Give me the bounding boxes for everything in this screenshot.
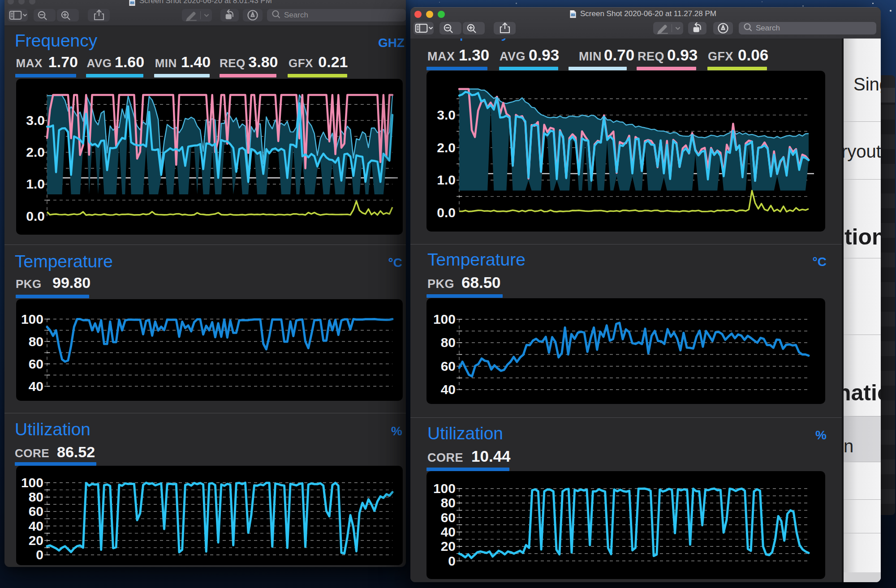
svg-text:80: 80 — [441, 335, 456, 350]
svg-text:1.0: 1.0 — [437, 172, 456, 187]
svg-text:80: 80 — [29, 334, 43, 349]
svg-text:20: 20 — [29, 533, 43, 548]
svg-text:100: 100 — [21, 475, 43, 490]
svg-text:60: 60 — [441, 359, 456, 373]
svg-text:0: 0 — [36, 547, 43, 562]
svg-text:40: 40 — [441, 382, 456, 397]
svg-text:60: 60 — [441, 510, 456, 525]
svg-text:3.0: 3.0 — [437, 107, 456, 122]
svg-text:0: 0 — [448, 554, 456, 568]
svg-text:40: 40 — [441, 524, 456, 539]
svg-text:40: 40 — [29, 379, 43, 394]
svg-text:0.0: 0.0 — [26, 209, 45, 223]
svg-text:2.0: 2.0 — [437, 140, 456, 155]
svg-text:100: 100 — [433, 312, 456, 326]
svg-text:100: 100 — [21, 312, 43, 326]
svg-text:2.0: 2.0 — [26, 145, 45, 159]
svg-text:0.0: 0.0 — [437, 205, 456, 220]
svg-text:3.0: 3.0 — [26, 113, 45, 128]
svg-text:40: 40 — [29, 519, 43, 533]
svg-text:100: 100 — [433, 481, 456, 496]
svg-text:60: 60 — [29, 356, 43, 371]
svg-text:60: 60 — [29, 504, 43, 519]
svg-text:80: 80 — [441, 495, 456, 510]
svg-text:80: 80 — [29, 489, 43, 504]
svg-text:20: 20 — [441, 539, 456, 554]
svg-text:1.0: 1.0 — [26, 176, 45, 191]
